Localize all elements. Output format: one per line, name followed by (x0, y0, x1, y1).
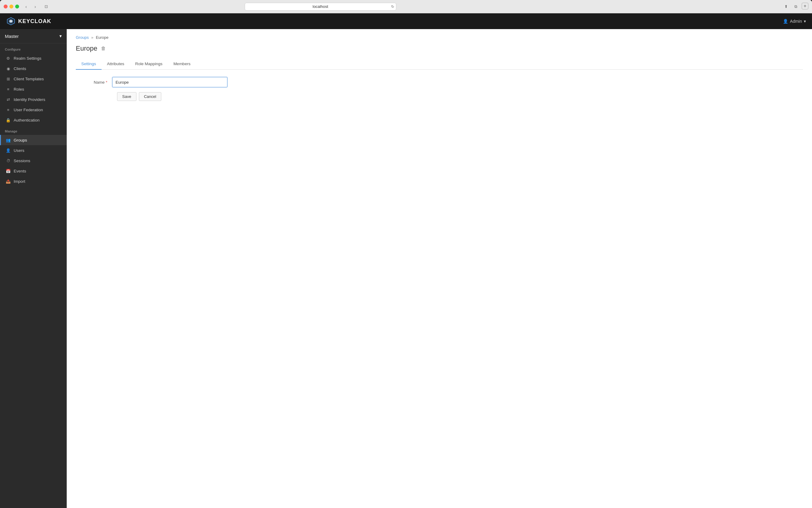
sidebar-item-authentication[interactable]: 🔒 Authentication (0, 115, 67, 125)
required-indicator: * (106, 80, 107, 85)
sidebar-toggle-button[interactable]: ⊡ (42, 3, 50, 11)
breadcrumb: Groups » Europe (76, 35, 803, 40)
sidebar: Master ▾ Configure ⚙ Realm Settings ◉ Cl… (0, 29, 67, 508)
settings-icon: ⚙ (6, 56, 11, 60)
sidebar-item-sessions[interactable]: ⏱ Sessions (0, 156, 67, 166)
sidebar-item-clients[interactable]: ◉ Clients (0, 64, 67, 74)
users-icon: 👤 (6, 148, 11, 153)
sidebar-item-label: Client Templates (14, 77, 44, 81)
form-actions: Save Cancel (76, 92, 803, 101)
minimize-button[interactable] (9, 5, 13, 8)
back-button[interactable]: ‹ (22, 3, 30, 11)
browser-chrome: ‹ › ⊡ localhost ↻ ⬆ ⧉ + (0, 0, 812, 13)
sidebar-item-label: Sessions (14, 159, 30, 163)
duplicate-icon[interactable]: ⧉ (792, 3, 800, 11)
sidebar-item-users[interactable]: 👤 Users (0, 145, 67, 156)
address-bar[interactable]: localhost ↻ (245, 3, 396, 11)
sidebar-item-label: Import (14, 179, 25, 184)
groups-icon: 👥 (6, 138, 11, 142)
cancel-button[interactable]: Cancel (139, 92, 161, 101)
breadcrumb-groups-link[interactable]: Groups (76, 35, 89, 40)
events-icon: 📅 (6, 169, 11, 173)
sidebar-item-label: Events (14, 169, 26, 173)
name-label: Name * (76, 80, 112, 85)
logo-text: KEYCLOAK (18, 18, 51, 25)
sidebar-item-label: Roles (14, 87, 24, 91)
import-icon: 📤 (6, 179, 11, 184)
clients-icon: ◉ (6, 66, 11, 71)
admin-icon: 👤 (783, 19, 788, 24)
url-text: localhost (313, 4, 328, 9)
sidebar-item-realm-settings[interactable]: ⚙ Realm Settings (0, 53, 67, 64)
chevron-down-icon: ▾ (59, 33, 62, 39)
realm-name: Master (5, 34, 19, 39)
nav-buttons: ‹ › (22, 3, 39, 11)
sidebar-item-groups[interactable]: 👥 Groups (0, 135, 67, 145)
sidebar-item-label: Authentication (14, 118, 40, 122)
admin-label: Admin (790, 19, 802, 24)
sidebar-item-label: Realm Settings (14, 56, 42, 60)
admin-menu[interactable]: 👤 Admin ▾ (783, 19, 806, 24)
tabs: Settings Attributes Role Mappings Member… (76, 58, 803, 70)
realm-selector[interactable]: Master ▾ (0, 29, 67, 43)
top-bar: KEYCLOAK 👤 Admin ▾ (0, 13, 812, 29)
page-title-area: Europe 🗑 (76, 45, 803, 52)
save-button[interactable]: Save (117, 92, 136, 101)
tab-attributes[interactable]: Attributes (102, 58, 130, 70)
user-federation-icon: ≡ (6, 107, 11, 112)
configure-section-label: Configure (0, 43, 67, 53)
delete-group-button[interactable]: 🗑 (101, 46, 106, 51)
sidebar-item-import[interactable]: 📤 Import (0, 176, 67, 186)
identity-providers-icon: ⇄ (6, 97, 11, 102)
new-tab-button[interactable]: + (802, 3, 808, 9)
sidebar-item-roles[interactable]: ≡ Roles (0, 84, 67, 94)
client-templates-icon: ⊞ (6, 76, 11, 81)
tab-members[interactable]: Members (168, 58, 196, 70)
sidebar-item-label: Clients (14, 67, 26, 71)
content-area: Groups » Europe Europe 🗑 Settings Attrib… (67, 29, 812, 508)
close-button[interactable] (4, 5, 8, 8)
traffic-lights (4, 5, 19, 8)
breadcrumb-current: Europe (96, 35, 109, 40)
roles-icon: ≡ (6, 87, 11, 91)
breadcrumb-separator: » (91, 35, 93, 40)
sidebar-item-label: Groups (14, 138, 27, 142)
tab-settings[interactable]: Settings (76, 58, 102, 70)
sidebar-item-identity-providers[interactable]: ⇄ Identity Providers (0, 94, 67, 104)
chevron-down-icon: ▾ (804, 19, 806, 24)
logo-icon (6, 16, 16, 26)
sidebar-item-label: Users (14, 148, 24, 153)
authentication-icon: 🔒 (6, 118, 11, 122)
app-container: KEYCLOAK 👤 Admin ▾ Master ▾ Configure ⚙ … (0, 13, 812, 508)
sessions-icon: ⏱ (6, 158, 11, 163)
manage-section-label: Manage (0, 125, 67, 135)
tab-role-mappings[interactable]: Role Mappings (130, 58, 168, 70)
browser-actions: ⬆ ⧉ + (782, 3, 808, 11)
sidebar-item-label: Identity Providers (14, 97, 45, 102)
name-input[interactable] (112, 77, 228, 87)
share-icon[interactable]: ⬆ (782, 3, 790, 11)
name-form-group: Name * (76, 77, 803, 87)
logo: KEYCLOAK (6, 16, 51, 26)
sidebar-item-client-templates[interactable]: ⊞ Client Templates (0, 74, 67, 84)
maximize-button[interactable] (15, 5, 19, 8)
forward-button[interactable]: › (31, 3, 39, 11)
sidebar-item-label: User Federation (14, 108, 43, 112)
refresh-icon[interactable]: ↻ (391, 5, 394, 9)
sidebar-item-events[interactable]: 📅 Events (0, 166, 67, 176)
main-layout: Master ▾ Configure ⚙ Realm Settings ◉ Cl… (0, 29, 812, 508)
sidebar-item-user-federation[interactable]: ≡ User Federation (0, 104, 67, 115)
page-title: Europe (76, 45, 97, 52)
